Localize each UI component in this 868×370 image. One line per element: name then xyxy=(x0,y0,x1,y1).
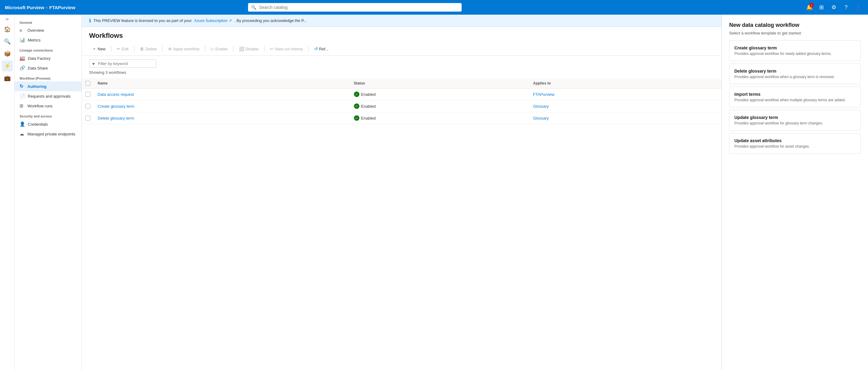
page-title: Workflows xyxy=(82,27,721,42)
applies-to-2[interactable]: Glossary xyxy=(533,116,549,121)
rail-search-button[interactable]: 🔍 xyxy=(2,36,13,47)
workflow-name-0[interactable]: Data access request xyxy=(98,92,134,97)
sidebar-label-workflow-runs: Workflow runs xyxy=(27,104,53,108)
template-title-1: Delete glossary term xyxy=(734,69,856,73)
edit-icon: ✏ xyxy=(117,47,121,51)
rail-catalog-button[interactable]: 📦 xyxy=(2,48,13,59)
filter-input[interactable] xyxy=(89,60,156,68)
toolbar-separator-7 xyxy=(308,46,309,52)
info-text: This PREVIEW feature is licensed to you … xyxy=(93,18,192,23)
general-section-label: General xyxy=(14,17,82,26)
template-desc-0: Provides approval workflow for newly add… xyxy=(734,52,856,56)
template-card-import-terms[interactable]: Import terms Provides approval workflow … xyxy=(729,87,861,107)
credentials-icon: 👤 xyxy=(20,121,25,127)
sidebar-item-authoring[interactable]: ↻ Authoring xyxy=(14,82,82,91)
right-panel: New data catalog workflow Select a workf… xyxy=(721,14,868,370)
user-button[interactable]: 👤 xyxy=(854,2,863,12)
filter-icon: ▼ xyxy=(92,61,95,66)
data-factory-icon: 🏭 xyxy=(20,56,25,61)
enable-button[interactable]: ▷ Enable xyxy=(208,45,231,53)
template-desc-2: Provides approval workflow when multiple… xyxy=(734,98,856,102)
table-row: Create glossary term ✓ Enabled Glossary xyxy=(82,100,721,112)
sidebar: General ≡ Overview 📊 Metrics Lineage con… xyxy=(14,14,82,370)
rail-workflow-button[interactable]: ⚡ xyxy=(2,60,13,71)
rail-briefcase-button[interactable]: 💼 xyxy=(2,72,13,84)
managed-private-icon: ☁ xyxy=(20,131,25,137)
workflow-name-2[interactable]: Delete glossary term xyxy=(98,116,134,121)
overview-icon: ≡ xyxy=(20,28,25,33)
filter-row: ▼ Showing 3 workflows xyxy=(82,56,721,79)
sidebar-item-credentials[interactable]: 👤 Credentials xyxy=(14,119,82,129)
col-header-name: Name xyxy=(94,79,350,89)
tenant-name: FTAPurview xyxy=(50,5,76,10)
row-checkbox-2[interactable] xyxy=(86,116,90,121)
disable-button[interactable]: ⬜ Disable xyxy=(236,45,261,53)
new-button[interactable]: ＋ New xyxy=(89,44,108,53)
help-button[interactable]: ? xyxy=(841,2,851,12)
template-card-update-glossary-term[interactable]: Update glossary term Provides approval w… xyxy=(729,110,861,130)
applies-to-0[interactable]: FTAPurview xyxy=(533,92,554,97)
metrics-icon: 📊 xyxy=(20,37,25,43)
delete-button[interactable]: 🗑 Delete xyxy=(137,45,160,53)
enable-icon: ▷ xyxy=(211,47,214,51)
sidebar-label-metrics: Metrics xyxy=(28,38,40,42)
search-bar: 🔍 xyxy=(248,3,462,11)
sidebar-item-workflow-runs[interactable]: ⊞ Workflow runs xyxy=(14,101,82,111)
view-run-history-button[interactable]: ↩ View run history xyxy=(267,45,306,53)
refresh-button[interactable]: ↺ Ref... xyxy=(311,45,332,53)
col-header-status: Status xyxy=(350,79,530,89)
showing-label: Showing 3 workflows xyxy=(89,70,714,75)
delete-label: Delete xyxy=(145,47,157,51)
status-cell-2: ✓ Enabled xyxy=(354,115,526,121)
brand-logo: Microsoft Purview › FTAPurview xyxy=(5,5,75,10)
apply-workflow-button[interactable]: ⊕ Apply workflow xyxy=(165,45,203,53)
toolbar-separator-2 xyxy=(134,46,134,52)
settings-button[interactable]: ⚙ xyxy=(829,2,839,12)
template-card-delete-glossary-term[interactable]: Delete glossary term Provides approval w… xyxy=(729,63,861,84)
apply-icon: ⊕ xyxy=(168,47,172,51)
edit-button[interactable]: ✏ Edit xyxy=(114,45,131,53)
sidebar-item-metrics[interactable]: 📊 Metrics xyxy=(14,35,82,45)
sidebar-item-data-factory[interactable]: 🏭 Data Factory xyxy=(14,53,82,63)
security-section-label: Security and access xyxy=(14,111,82,119)
sidebar-item-requests-approvals[interactable]: 📄 Requests and approvals xyxy=(14,91,82,101)
search-input[interactable] xyxy=(248,3,462,11)
brand-name: Microsoft Purview xyxy=(5,5,44,10)
template-desc-1: Provides approval workflow when a glossa… xyxy=(734,75,856,79)
status-dot-2: ✓ xyxy=(354,115,360,121)
sidebar-item-managed-private[interactable]: ☁ Managed private endpoints xyxy=(14,129,82,139)
notification-button[interactable]: 🔔 1 xyxy=(805,2,814,12)
icon-rail: ≫ 🏠 🔍 📦 ⚡ 💼 xyxy=(0,14,14,370)
table-row: Data access request ✓ Enabled FTAPurview xyxy=(82,89,721,100)
sidebar-item-overview[interactable]: ≡ Overview xyxy=(14,26,82,35)
toolbar: ＋ New ✏ Edit 🗑 Delete ⊕ Apply workflow ▷… xyxy=(82,42,721,56)
grid-button[interactable]: ⊞ xyxy=(817,2,827,12)
template-desc-4: Provides approval workflow for asset cha… xyxy=(734,144,856,149)
sidebar-item-data-share[interactable]: 🔗 Data Share xyxy=(14,63,82,73)
row-checkbox-0[interactable] xyxy=(86,92,90,97)
table-row: Delete glossary term ✓ Enabled Glossary xyxy=(82,112,721,124)
template-card-create-glossary-term[interactable]: Create glossary term Provides approval w… xyxy=(729,40,861,61)
top-navigation: Microsoft Purview › FTAPurview 🔍 🔔 1 ⊞ ⚙… xyxy=(0,0,868,14)
rail-home-button[interactable]: 🏠 xyxy=(2,24,13,35)
template-title-3: Update glossary term xyxy=(734,115,856,120)
row-checkbox-1[interactable] xyxy=(86,104,90,109)
expand-icon[interactable]: ≫ xyxy=(5,17,9,21)
refresh-label: Ref... xyxy=(319,47,329,51)
template-title-2: Import terms xyxy=(734,92,856,97)
template-title-0: Create glossary term xyxy=(734,45,856,50)
status-text-0: Enabled xyxy=(361,92,376,97)
workflow-name-1[interactable]: Create glossary term xyxy=(98,104,134,109)
template-desc-3: Provides approval workflow for glossary … xyxy=(734,121,856,125)
status-text-1: Enabled xyxy=(361,104,376,109)
toolbar-separator-5 xyxy=(233,46,234,52)
disable-label: Disable xyxy=(245,47,258,51)
template-card-update-asset-attributes[interactable]: Update asset attributes Provides approva… xyxy=(729,133,861,154)
status-text-2: Enabled xyxy=(361,116,376,121)
topnav-actions: 🔔 1 ⊞ ⚙ ? 👤 xyxy=(805,2,863,12)
azure-subscription-link[interactable]: Azure Subscription ↗ xyxy=(194,18,232,23)
data-share-icon: 🔗 xyxy=(20,65,25,71)
workflow-runs-icon: ⊞ xyxy=(20,103,25,109)
header-checkbox[interactable] xyxy=(86,81,90,86)
applies-to-1[interactable]: Glossary xyxy=(533,104,549,109)
